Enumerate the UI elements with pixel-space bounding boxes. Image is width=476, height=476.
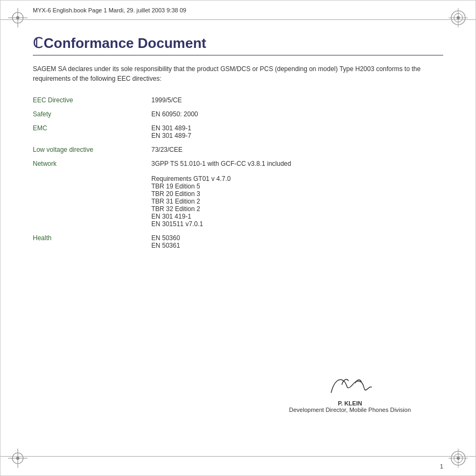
page-number: 1 [440,463,443,470]
directive-row: Low voltage directive73/23/CEE [33,143,443,157]
directive-value: 73/23/CEE [151,143,443,157]
directive-label: Network [33,157,151,231]
directives-table: EEC Directive1999/5/CESafetyEN 60950: 20… [33,93,443,253]
directive-row: HealthEN 50360EN 50361 [33,231,443,253]
directive-row: EEC Directive1999/5/CE [33,93,443,107]
directive-value: EN 60950: 2000 [151,107,443,121]
signer-name: P. KLEIN [289,400,411,407]
title-underline [33,55,443,55]
directive-value: EN 301 489-1EN 301 489-7 [151,121,443,143]
page-footer: 1 [1,456,475,475]
directive-label: EMC [33,121,151,143]
signature-section: P. KLEIN Development Director, Mobile Ph… [289,371,411,413]
title-row: ℂ Conformance Document [33,35,443,52]
page: MYX-6 English.book Page 1 Mardi, 29. jui… [0,0,476,476]
intro-paragraph: SAGEM SA declares under its sole respons… [33,64,443,83]
directive-value: EN 50360EN 50361 [151,231,443,253]
directive-value: 1999/5/CE [151,93,443,107]
header-text: MYX-6 English.book Page 1 Mardi, 29. jui… [33,7,186,13]
document-title: Conformance Document [44,35,206,52]
signature-graphic [326,371,374,398]
page-header: MYX-6 English.book Page 1 Mardi, 29. jui… [1,1,475,20]
main-content: ℂ Conformance Document SAGEM SA declares… [33,20,443,456]
directive-row: Network3GPP TS 51.010-1 with GCF-CC v3.8… [33,157,443,231]
directive-row: SafetyEN 60950: 2000 [33,107,443,121]
signer-title: Development Director, Mobile Phones Divi… [289,407,411,413]
directive-row: EMCEN 301 489-1EN 301 489-7 [33,121,443,143]
directive-label: Low voltage directive [33,143,151,157]
directive-label: Safety [33,107,151,121]
directive-label: EEC Directive [33,93,151,107]
directive-value: 3GPP TS 51.010-1 with GCF-CC v3.8.1 incl… [151,157,443,231]
directive-label: Health [33,231,151,253]
ce-mark: ℂ [33,35,41,52]
